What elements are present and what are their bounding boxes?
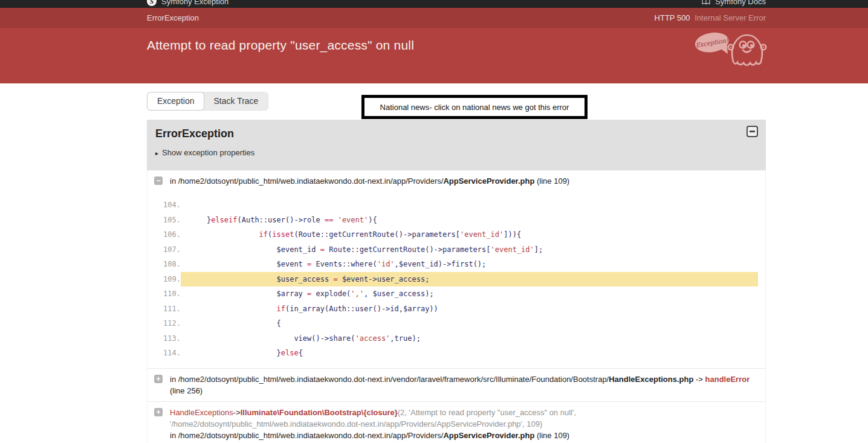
trace-body: −in /home2/dotsoynt/public_html/web.indi… <box>147 170 766 443</box>
code-line: 109. $user_access = $event->user_access; <box>147 272 758 287</box>
symfony-exception-brand[interactable]: S Symfony Exception <box>147 0 228 6</box>
minus-icon <box>750 131 755 132</box>
exception-class-label: ErrorException <box>147 13 199 22</box>
trace-entry-1: −in /home2/dotsoynt/public_html/web.indi… <box>147 170 765 192</box>
line-number: 108. <box>147 257 181 272</box>
code-text: $event_id = Route::getCurrentRoute()->pa… <box>181 242 758 257</box>
trace3-file: AppServiceProvider.php <box>443 431 534 440</box>
expand-trace-icon[interactable]: + <box>154 408 163 416</box>
line-number: 107. <box>147 242 181 257</box>
code-line: 113. view()->share('access',true); <box>147 331 758 346</box>
trace-entry-2: +in /home2/dotsoynt/public_html/web.indi… <box>147 368 765 401</box>
line-number: 104. <box>147 198 181 213</box>
code-line: 107. $event_id = Route::getCurrentRoute(… <box>147 242 758 257</box>
code-line: 108. $event = Events::where('id',$event_… <box>147 257 758 272</box>
trace2-prefix: in <box>170 375 178 384</box>
brand-label: Symfony Exception <box>161 0 228 6</box>
symfony-logo-icon: S <box>147 0 157 6</box>
exception-header: Attempt to read property "user_access" o… <box>0 28 868 83</box>
line-number: 112. <box>147 316 181 331</box>
speech-bubble: Exception! <box>694 30 731 59</box>
trace-head: ErrorException ▸Show exception propertie… <box>147 120 766 170</box>
panel-title: ErrorException <box>155 127 757 140</box>
code-text: if(isset(Route::getCurrentRoute()->param… <box>181 227 758 242</box>
caret-right-icon: ▸ <box>155 150 158 157</box>
code-text: { <box>181 316 758 331</box>
code-line: 112. { <box>147 316 758 331</box>
docs-label: Symfony Docs <box>715 0 766 6</box>
http-code: HTTP 500 <box>655 13 690 22</box>
code-line: 114. }else{ <box>147 346 758 361</box>
line-number: 105. <box>147 213 181 228</box>
trace1-path: /home2/dotsoynt/public_html/web.indiatae… <box>178 176 444 186</box>
trace-entry-3: +HandleExceptions->Illuminate\Foundation… <box>147 401 765 443</box>
code-line: 104. <box>147 198 758 213</box>
exception-message-title: Attempt to read property "user_access" o… <box>147 28 766 53</box>
code-line: 106. if(isset(Route::getCurrentRoute()->… <box>147 227 758 242</box>
trace3-path: /home2/dotsoynt/public_html/web.indiatae… <box>178 431 444 440</box>
line-number: 114. <box>147 346 181 361</box>
symfony-docs-link[interactable]: Symfony Docs <box>702 0 766 6</box>
line-number: 106. <box>147 227 181 242</box>
trace2-file: HandleExceptions.php <box>609 375 693 384</box>
ghost-body <box>728 35 766 65</box>
trace3-prefix: in <box>170 431 178 440</box>
exception-panel: ErrorException ▸Show exception propertie… <box>147 120 766 443</box>
trace1-line: (line 109) <box>534 176 569 186</box>
expand-trace-icon[interactable]: + <box>154 375 163 383</box>
tab-stack-trace[interactable]: Stack Trace <box>204 92 268 110</box>
code-text: if(in_array(Auth::user()->id,$array)) <box>181 302 758 317</box>
line-number: 111. <box>147 302 181 317</box>
collapse-panel-button[interactable] <box>747 126 758 137</box>
toggle-label: Show exception properties <box>162 148 254 157</box>
top-bar: S Symfony Exception Symfony Docs <box>0 0 868 8</box>
trace2-line: (line 256) <box>170 386 202 395</box>
trace3-method: Illuminate\Foundation\Bootstrap\{closure… <box>241 408 398 417</box>
trace3-line: (line 109) <box>534 431 569 440</box>
main-content: Exception Stack Trace ErrorException ▸Sh… <box>147 92 766 443</box>
http-status: HTTP 500 Internal Server Error <box>655 13 766 22</box>
annotation-box: National news- click on national news we… <box>361 95 588 119</box>
highlighted-code-text: $user_access = $event->user_access; <box>181 272 758 287</box>
line-number: 110. <box>147 286 181 302</box>
line-number: 109. <box>147 272 181 287</box>
code-line: 111. if(in_array(Auth::user()->id,$array… <box>147 302 758 317</box>
ghost-mascot-illustration: Exception! <box>693 30 768 73</box>
trace3-arrow: -> <box>233 408 241 417</box>
show-exception-properties-toggle[interactable]: ▸Show exception properties <box>155 148 757 157</box>
code-text: $array = explode(',', $user_access); <box>181 286 758 302</box>
code-line: 105. }elseif(Auth::user()->role == 'even… <box>147 213 758 228</box>
code-text: $event = Events::where('id',$event_id)->… <box>181 257 758 272</box>
code-block: 104.105. }elseif(Auth::user()->role == '… <box>147 192 765 368</box>
code-text: }else{ <box>181 346 758 361</box>
http-status-text: Internal Server Error <box>695 13 766 22</box>
collapse-trace-icon[interactable]: − <box>154 176 163 185</box>
trace2-method: handleError <box>705 375 750 384</box>
annotation-text: National news- click on national news we… <box>380 103 569 112</box>
trace1-file: AppServiceProvider.php <box>443 176 534 186</box>
trace2-path: /home2/dotsoynt/public_html/web.indiatae… <box>178 375 609 384</box>
tab-group: Exception Stack Trace <box>147 92 268 111</box>
trace1-prefix: in <box>170 176 178 186</box>
code-text: }elseif(Auth::user()->role == 'event'){ <box>181 213 758 228</box>
status-strip: ErrorException HTTP 500 Internal Server … <box>0 8 868 28</box>
book-icon <box>702 0 710 5</box>
trace3-location: in /home2/dotsoynt/public_html/web.india… <box>170 430 757 441</box>
trace3-class: HandleExceptions <box>170 408 233 417</box>
code-text <box>181 198 758 213</box>
line-number: 113. <box>147 331 181 346</box>
tab-exception[interactable]: Exception <box>147 92 204 111</box>
code-line: 110. $array = explode(',', $user_access)… <box>147 286 758 302</box>
trace2-arrow: -> <box>693 375 705 384</box>
code-text: view()->share('access',true); <box>181 331 758 346</box>
